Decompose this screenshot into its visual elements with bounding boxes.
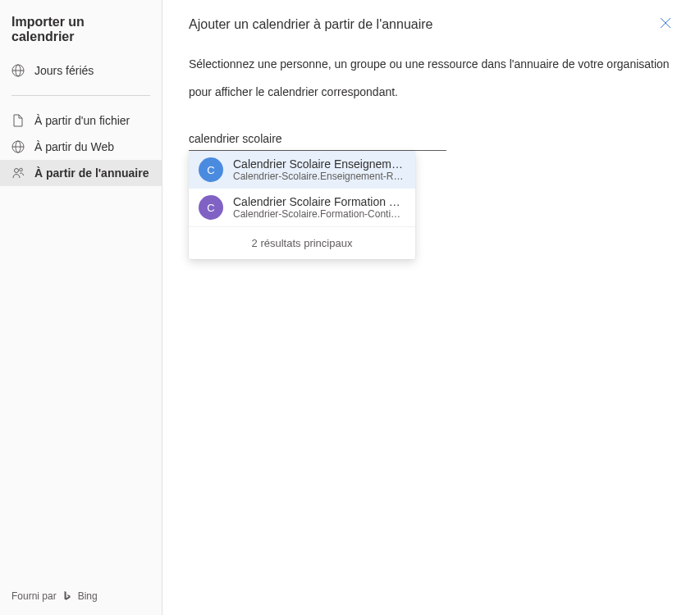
divider <box>11 95 150 96</box>
provider-label: Bing <box>78 590 98 602</box>
main-header: Ajouter un calendrier à partir de l'annu… <box>189 16 674 33</box>
dropdown-item-name: Calendrier Scolaire Formation Continue <box>233 195 405 208</box>
page-title: Ajouter un calendrier à partir de l'annu… <box>189 17 432 32</box>
close-button[interactable] <box>657 16 674 33</box>
sidebar-item-holidays[interactable]: Jours fériés <box>0 57 162 84</box>
file-icon <box>11 114 25 127</box>
sidebar: Importer un calendrier Jours fériés À p <box>0 0 162 615</box>
dropdown-item[interactable]: C Calendrier Scolaire Enseignement Reg… … <box>189 151 415 189</box>
sidebar-title: Importer un calendrier <box>0 0 162 54</box>
dropdown-results-count: 2 résultats principaux <box>189 226 415 259</box>
close-icon <box>659 16 672 33</box>
svg-point-7 <box>20 168 23 171</box>
sidebar-item-label: À partir du Web <box>34 140 114 153</box>
dropdown-text: Calendrier Scolaire Enseignement Reg… Ca… <box>233 157 405 182</box>
sidebar-item-label: À partir d'un fichier <box>34 114 130 127</box>
search-results-dropdown: C Calendrier Scolaire Enseignement Reg… … <box>189 151 415 259</box>
sidebar-item-label: À partir de l'annuaire <box>34 166 149 180</box>
people-icon <box>11 166 25 180</box>
bing-icon <box>62 590 73 602</box>
main-content: Ajouter un calendrier à partir de l'annu… <box>162 0 700 615</box>
dropdown-item-email: Calendrier-Scolaire.Enseignement-Regulie… <box>233 171 405 182</box>
dropdown-item-name: Calendrier Scolaire Enseignement Reg… <box>233 157 405 171</box>
dropdown-item-email: Calendrier-Scolaire.Formation-Continue@c… <box>233 208 405 220</box>
avatar: C <box>199 195 223 220</box>
sidebar-item-from-web[interactable]: À partir du Web <box>0 134 162 160</box>
sidebar-item-label: Jours fériés <box>34 64 94 77</box>
sidebar-item-from-directory[interactable]: À partir de l'annuaire <box>0 160 162 186</box>
sidebar-section-import: À partir d'un fichier À partir du Web <box>0 104 162 189</box>
dropdown-item[interactable]: C Calendrier Scolaire Formation Continue… <box>189 189 415 226</box>
contact-search-input[interactable] <box>189 129 446 151</box>
avatar: C <box>199 157 223 182</box>
contact-search-wrapper: C Calendrier Scolaire Enseignement Reg… … <box>189 129 446 151</box>
svg-point-6 <box>15 169 19 173</box>
page-description: Sélectionnez une personne, un groupe ou … <box>189 51 674 106</box>
globe-icon <box>11 64 25 77</box>
sidebar-section-holidays: Jours fériés <box>0 54 162 87</box>
sidebar-item-from-file[interactable]: À partir d'un fichier <box>0 107 162 134</box>
globe-icon <box>11 140 25 153</box>
powered-by-label: Fourni par <box>11 590 57 602</box>
dropdown-text: Calendrier Scolaire Formation Continue C… <box>233 195 405 220</box>
sidebar-footer: Fourni par Bing <box>0 579 162 615</box>
